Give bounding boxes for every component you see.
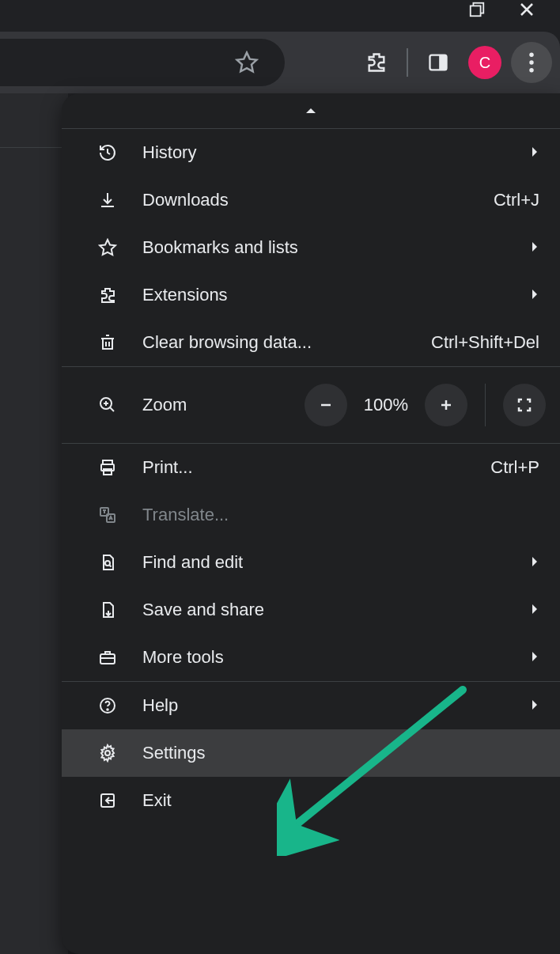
maximize-icon[interactable] [468,0,486,19]
menu-scroll-up-icon[interactable] [62,93,560,128]
svg-point-16 [105,751,110,755]
menu-item-shortcut: Ctrl+P [490,457,539,478]
translate-icon [96,505,119,524]
app-menu-button[interactable] [511,42,552,83]
menu-item-label: Downloads [142,190,470,210]
app-menu: History Downloads Ctrl+J Bookmarks and l… [62,93,560,954]
menu-item-downloads[interactable]: Downloads Ctrl+J [62,176,560,224]
zoom-label: Zoom [142,395,281,415]
gear-icon [96,744,119,763]
zoom-controls: 100% [305,384,546,426]
menu-item-help[interactable]: Help [62,682,560,729]
chevron-right-icon [530,142,539,163]
extensions-icon[interactable] [356,42,397,83]
menu-item-translate: Translate... [62,491,560,539]
sidepanel-icon[interactable] [418,42,459,83]
exit-icon [96,791,119,810]
extension-icon [96,286,119,305]
browser-toolbar: C [0,32,560,93]
svg-rect-3 [439,55,446,70]
menu-item-shortcut: Ctrl+Shift+Del [431,332,539,353]
menu-section: Print... Ctrl+P Translate... Find and ed… [62,443,560,681]
zoom-out-button[interactable] [305,384,347,426]
print-icon [96,458,119,477]
menu-item-label: Bookmarks and lists [142,237,506,258]
menu-item-label: Help [142,695,506,716]
menu-zoom-section: Zoom 100% [62,366,560,443]
omnibox[interactable] [0,39,285,86]
menu-item-print[interactable]: Print... Ctrl+P [62,444,560,491]
menu-item-find[interactable]: Find and edit [62,539,560,586]
menu-scroll-down-icon[interactable] [62,824,560,859]
menu-item-history[interactable]: History [62,129,560,176]
avatar-letter: C [479,54,490,72]
chevron-right-icon [530,600,539,620]
menu-item-label: Clear browsing data... [142,332,407,353]
chevron-right-icon [530,695,539,716]
chevron-right-icon [530,647,539,668]
trash-icon [96,333,119,352]
save-share-icon [96,600,119,619]
star-icon [96,238,119,257]
download-icon [96,191,119,210]
profile-avatar[interactable]: C [468,46,501,79]
close-icon[interactable] [517,0,536,19]
window-controls [468,0,560,25]
menu-item-extensions[interactable]: Extensions [62,271,560,319]
menu-item-settings[interactable]: Settings [62,729,560,777]
bookmark-star-icon[interactable] [226,42,267,83]
menu-section: History Downloads Ctrl+J Bookmarks and l… [62,128,560,366]
menu-section: Help Settings Exit [62,681,560,824]
zoom-in-button[interactable] [425,384,467,426]
svg-point-15 [107,709,108,710]
svg-point-6 [529,68,533,72]
page-content-area [0,93,68,954]
menu-item-shortcut: Ctrl+J [494,190,539,210]
menu-item-zoom: Zoom 100% [62,367,560,443]
menu-item-save-share[interactable]: Save and share [62,586,560,634]
menu-item-label: History [142,142,506,163]
menu-item-label: Print... [142,457,467,478]
history-icon [96,143,119,162]
menu-item-label: Save and share [142,600,506,620]
fullscreen-button[interactable] [503,384,546,426]
menu-item-label: Settings [142,743,539,763]
zoom-level: 100% [358,395,414,415]
menu-item-label: Exit [142,790,539,811]
toolbar-divider [407,48,408,77]
menu-item-label: More tools [142,647,506,668]
menu-item-clear-data[interactable]: Clear browsing data... Ctrl+Shift+Del [62,319,560,366]
zoom-icon [96,396,119,415]
zoom-divider [485,384,486,426]
svg-point-5 [529,60,533,64]
menu-item-label: Find and edit [142,552,506,573]
toolbox-icon [96,648,119,667]
menu-item-exit[interactable]: Exit [62,777,560,824]
help-icon [96,696,119,715]
svg-rect-1 [471,6,481,16]
menu-item-label: Extensions [142,285,506,305]
menu-item-more-tools[interactable]: More tools [62,634,560,681]
chevron-right-icon [530,285,539,305]
chevron-right-icon [530,237,539,258]
chevron-right-icon [530,552,539,573]
svg-point-4 [529,53,533,57]
menu-item-bookmarks[interactable]: Bookmarks and lists [62,224,560,271]
menu-item-label: Translate... [142,505,539,525]
find-in-page-icon [96,553,119,572]
